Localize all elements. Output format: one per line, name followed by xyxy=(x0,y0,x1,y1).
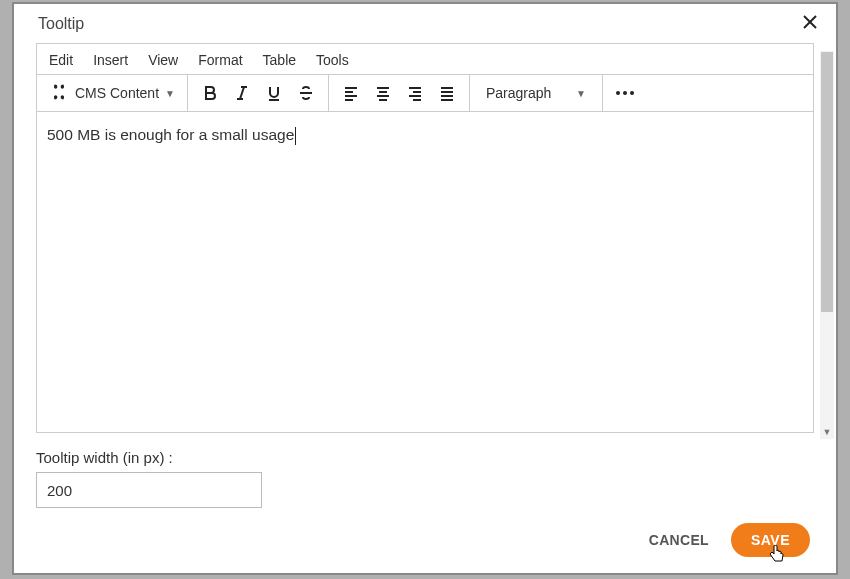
modal-title: Tooltip xyxy=(38,15,84,33)
align-left-button[interactable] xyxy=(335,77,367,109)
scrollbar-down-arrow[interactable]: ▼ xyxy=(820,425,834,439)
editor-toolbar: CMS Content ▼ Paragraph ▼ xyxy=(37,74,813,112)
chevron-down-icon: ▼ xyxy=(165,88,175,99)
editor-scrollbar[interactable]: ▼ xyxy=(820,51,834,439)
editor-text: 500 MB is enough for a small usage xyxy=(47,126,294,143)
toolbar-group-text xyxy=(188,75,329,111)
tooltip-width-label: Tooltip width (in px) : xyxy=(36,449,814,466)
bold-button[interactable] xyxy=(194,77,226,109)
text-caret xyxy=(295,127,296,145)
editor-menubar: Edit Insert View Format Table Tools xyxy=(37,44,813,74)
cancel-button[interactable]: CANCEL xyxy=(649,532,709,548)
toolbar-group-more xyxy=(603,75,647,111)
editor-content-area[interactable]: 500 MB is enough for a small usage xyxy=(37,112,813,432)
chevron-down-icon: ▼ xyxy=(576,88,586,99)
toolbar-group-format: Paragraph ▼ xyxy=(470,75,603,111)
scrollbar-thumb[interactable] xyxy=(821,52,833,312)
align-right-button[interactable] xyxy=(399,77,431,109)
menu-table[interactable]: Table xyxy=(263,52,296,68)
modal-header: Tooltip xyxy=(14,4,836,43)
ellipsis-icon xyxy=(616,91,634,95)
toolbar-group-align xyxy=(329,75,470,111)
save-button[interactable]: SAVE xyxy=(731,523,810,557)
toolbar-group-cms: CMS Content ▼ xyxy=(37,75,188,111)
tooltip-width-input[interactable] xyxy=(36,472,262,508)
menu-view[interactable]: View xyxy=(148,52,178,68)
svg-line-4 xyxy=(240,87,244,99)
cursor-hand-icon xyxy=(769,545,785,567)
menu-edit[interactable]: Edit xyxy=(49,52,73,68)
cms-content-label: CMS Content xyxy=(75,85,159,101)
align-center-button[interactable] xyxy=(367,77,399,109)
more-button[interactable] xyxy=(609,77,641,109)
menu-insert[interactable]: Insert xyxy=(93,52,128,68)
tooltip-modal: Tooltip Edit Insert View Format Table To… xyxy=(12,2,838,575)
underline-button[interactable] xyxy=(258,77,290,109)
align-justify-button[interactable] xyxy=(431,77,463,109)
cms-content-button[interactable]: CMS Content ▼ xyxy=(43,82,181,105)
strikethrough-button[interactable] xyxy=(290,77,322,109)
joomla-icon xyxy=(49,82,69,105)
modal-buttons: CANCEL SAVE xyxy=(649,523,810,557)
save-button-label: SAVE xyxy=(751,532,790,548)
close-icon[interactable] xyxy=(798,10,822,37)
editor-container: Edit Insert View Format Table Tools CMS … xyxy=(36,43,814,433)
menu-format[interactable]: Format xyxy=(198,52,242,68)
italic-button[interactable] xyxy=(226,77,258,109)
paragraph-format-label: Paragraph xyxy=(486,85,551,101)
menu-tools[interactable]: Tools xyxy=(316,52,349,68)
paragraph-format-select[interactable]: Paragraph ▼ xyxy=(476,85,596,101)
width-field-section: Tooltip width (in px) : xyxy=(14,433,836,508)
